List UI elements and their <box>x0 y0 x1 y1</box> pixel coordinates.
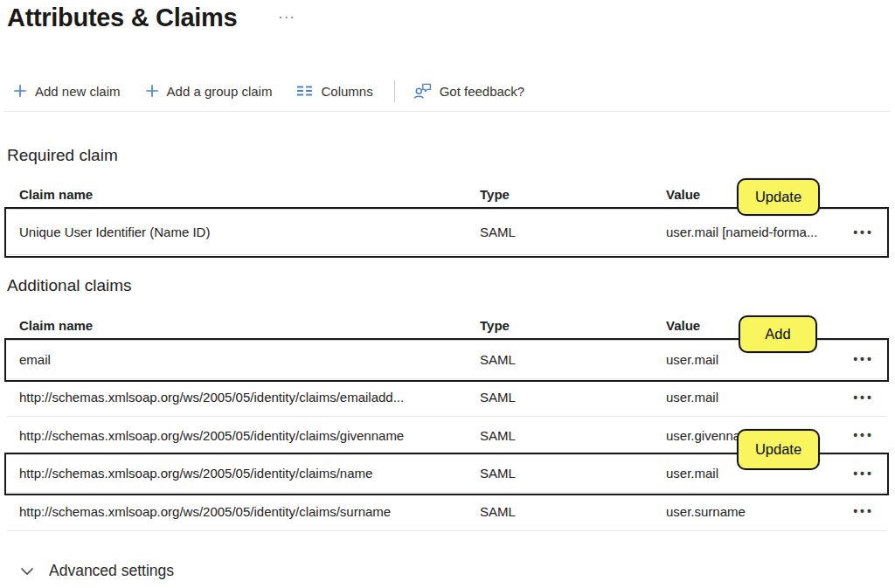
table-row-surname[interactable]: http://schemas.xmlsoap.org/ws/2005/05/id… <box>7 493 886 531</box>
add-group-claim-button[interactable]: Add a group claim <box>145 84 273 99</box>
claim-name-cell: http://schemas.xmlsoap.org/ws/2005/05/id… <box>19 504 480 519</box>
attributes-claims-page: Attributes & Claims ··· Add new claim Ad… <box>0 0 895 588</box>
table-row-unique-user-identifier[interactable]: Unique User Identifier (Name ID) SAML us… <box>7 210 886 255</box>
got-feedback-button[interactable]: Got feedback? <box>413 83 525 100</box>
claim-name-cell: Unique User Identifier (Name ID) <box>19 225 480 239</box>
plus-icon <box>145 84 159 98</box>
command-bar: Add new claim Add a group claim Columns <box>13 78 524 104</box>
chevron-down-icon <box>20 567 34 576</box>
columns-label: Columns <box>321 84 372 99</box>
claim-type-cell: SAML <box>480 466 666 481</box>
claim-name-cell: http://schemas.xmlsoap.org/ws/2005/05/id… <box>19 390 480 405</box>
column-header-claim-name: Claim name <box>19 318 480 333</box>
row-menu-button[interactable]: ••• <box>850 465 878 482</box>
additional-claims-section-title: Additional claims <box>7 276 132 295</box>
row-menu-button[interactable]: ••• <box>850 502 878 520</box>
column-header-type: Type <box>480 318 666 333</box>
annotation-update-required-claim: Update <box>737 178 820 216</box>
claim-value-cell: user.surname <box>666 504 841 519</box>
column-header-type: Type <box>480 187 666 202</box>
claim-type-cell: SAML <box>480 428 666 443</box>
page-more-options-icon[interactable]: ··· <box>278 9 295 26</box>
advanced-settings-toggle[interactable]: Advanced settings <box>20 562 174 580</box>
row-menu-button[interactable]: ••• <box>850 224 878 241</box>
toolbar-divider <box>394 80 395 102</box>
advanced-settings-label: Advanced settings <box>49 562 174 580</box>
columns-button[interactable]: Columns <box>296 84 372 99</box>
claim-type-cell: SAML <box>480 390 666 405</box>
column-header-claim-name: Claim name <box>19 187 480 202</box>
page-title: Attributes & Claims <box>7 3 237 32</box>
claim-value-cell: user.mail <box>666 352 841 367</box>
claim-type-cell: SAML <box>480 504 666 519</box>
table-row-emailaddress[interactable]: http://schemas.xmlsoap.org/ws/2005/05/id… <box>7 379 886 418</box>
row-menu-button[interactable]: ••• <box>850 426 878 444</box>
claim-type-cell: SAML <box>480 352 666 367</box>
claim-value-cell: user.mail <box>666 390 841 405</box>
claim-name-cell: email <box>19 352 480 367</box>
toolbar-rule <box>3 111 890 112</box>
claim-name-cell: http://schemas.xmlsoap.org/ws/2005/05/id… <box>19 466 480 481</box>
feedback-icon <box>413 83 432 100</box>
add-group-claim-label: Add a group claim <box>167 84 273 99</box>
row-menu-button[interactable]: ••• <box>850 389 878 406</box>
required-claim-section-title: Required claim <box>7 146 118 165</box>
add-new-claim-button[interactable]: Add new claim <box>13 84 121 99</box>
annotation-add-email-claim: Add <box>739 315 817 353</box>
got-feedback-label: Got feedback? <box>440 84 525 99</box>
columns-icon <box>296 85 313 97</box>
row-menu-button[interactable]: ••• <box>850 350 878 368</box>
annotation-update-name-claim: Update <box>737 429 820 470</box>
claim-name-cell: http://schemas.xmlsoap.org/ws/2005/05/id… <box>19 428 480 443</box>
plus-icon <box>13 84 27 98</box>
claim-type-cell: SAML <box>480 225 666 239</box>
add-new-claim-label: Add new claim <box>35 84 121 99</box>
claim-value-cell: user.mail [nameid-forma... <box>666 225 841 239</box>
